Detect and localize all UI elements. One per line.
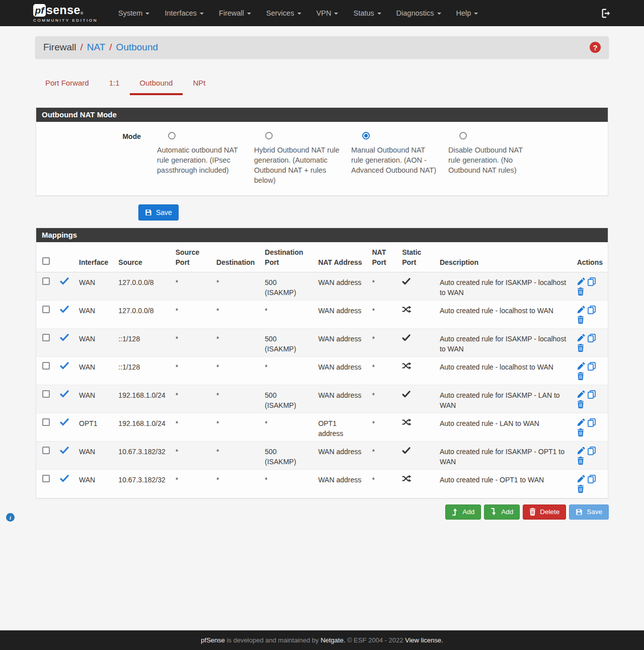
row-select-checkbox[interactable]	[42, 362, 50, 370]
chevron-down-icon	[437, 13, 441, 15]
help-icon[interactable]: ?	[590, 42, 601, 53]
chevron-down-icon	[474, 13, 478, 15]
info-icon[interactable]: i	[6, 513, 15, 522]
cell-destination-port: 500 (ISAKMP)	[260, 272, 313, 301]
tab-port-forward[interactable]: Port Forward	[35, 74, 99, 95]
tab-npt[interactable]: NPt	[183, 74, 215, 95]
menu-item-interfaces[interactable]: Interfaces	[157, 9, 211, 17]
cell-destination: *	[211, 301, 260, 329]
panel-title: Mappings	[36, 228, 608, 242]
menu-item-services[interactable]: Services	[259, 9, 309, 17]
col-source-port: Source Port	[171, 242, 211, 272]
breadcrumb-link-nat[interactable]: NAT	[87, 42, 106, 53]
cell-source-port: *	[171, 470, 211, 498]
cell-source: 192.168.1.0/24	[113, 413, 170, 442]
pfsense-logo[interactable]: pf sense ® COMMUNITY EDITION	[33, 4, 98, 23]
table-row: WAN 10.67.3.182/32 * * * WAN address * A…	[36, 470, 608, 498]
cell-destination: *	[211, 442, 260, 470]
rule-enabled-check-icon[interactable]	[60, 362, 69, 370]
registered-mark: ®	[80, 11, 84, 16]
edit-rule-icon[interactable]	[577, 277, 585, 286]
row-select-checkbox[interactable]	[42, 447, 50, 454]
delete-rule-icon[interactable]	[577, 287, 584, 296]
rule-enabled-check-icon[interactable]	[60, 475, 69, 482]
cell-interface: WAN	[74, 329, 113, 357]
save-mappings-button[interactable]: Save	[569, 504, 609, 520]
delete-selected-button[interactable]: Delete	[523, 504, 566, 520]
edit-rule-icon[interactable]	[577, 334, 585, 342]
row-select-checkbox[interactable]	[42, 306, 50, 313]
copy-rule-icon[interactable]	[588, 418, 596, 427]
add-rule-top-button[interactable]: Add	[445, 504, 481, 520]
copy-rule-icon[interactable]	[588, 334, 596, 342]
radio-manual[interactable]	[362, 132, 370, 139]
copy-rule-icon[interactable]	[588, 362, 596, 371]
col-destination-port: Destination Port	[260, 242, 313, 272]
cell-source: 10.67.3.182/32	[113, 442, 170, 470]
footer-netgate-link[interactable]: Netgate.	[320, 636, 345, 644]
row-select-checkbox[interactable]	[42, 475, 50, 482]
delete-rule-icon[interactable]	[577, 485, 584, 493]
delete-rule-icon[interactable]	[577, 316, 584, 324]
edit-rule-icon[interactable]	[577, 306, 585, 314]
tab-1-1[interactable]: 1:1	[99, 74, 130, 95]
cell-interface: WAN	[74, 385, 113, 413]
logout-icon[interactable]	[601, 9, 611, 18]
cell-nat-port: *	[367, 272, 397, 301]
delete-rule-icon[interactable]	[577, 457, 584, 465]
menu-item-system[interactable]: System	[111, 9, 157, 17]
rule-enabled-check-icon[interactable]	[60, 277, 69, 285]
cell-destination-port: *	[260, 357, 313, 385]
edit-rule-icon[interactable]	[577, 475, 585, 483]
radio-disable[interactable]	[459, 132, 467, 139]
table-row: WAN ::1/128 * * 500 (ISAKMP) WAN address…	[36, 329, 608, 357]
edit-rule-icon[interactable]	[577, 390, 585, 399]
menu-item-firewall[interactable]: Firewall	[211, 9, 259, 17]
col-actions: Actions	[572, 242, 608, 272]
rule-enabled-check-icon[interactable]	[60, 306, 69, 313]
radio-automatic[interactable]	[168, 132, 176, 139]
add-rule-bottom-button[interactable]: Add	[484, 504, 520, 520]
menu-item-vpn[interactable]: VPN	[309, 9, 346, 17]
tab-outbound[interactable]: Outbound	[130, 74, 183, 95]
rule-enabled-check-icon[interactable]	[60, 334, 69, 341]
delete-rule-icon[interactable]	[577, 400, 584, 408]
radio-hybrid[interactable]	[265, 132, 273, 139]
copy-rule-icon[interactable]	[588, 390, 596, 399]
rule-enabled-check-icon[interactable]	[60, 418, 69, 426]
col-interface: Interface	[74, 242, 113, 272]
cell-nat-port: *	[367, 329, 397, 357]
menu-item-status[interactable]: Status	[346, 9, 388, 17]
copy-rule-icon[interactable]	[588, 306, 596, 314]
delete-rule-icon[interactable]	[577, 344, 584, 352]
cell-source-port: *	[171, 385, 211, 413]
row-select-checkbox[interactable]	[42, 334, 50, 341]
chevron-down-icon	[200, 13, 204, 15]
rule-enabled-check-icon[interactable]	[60, 390, 69, 398]
cell-description: Auto created rule - OPT1 to WAN	[435, 470, 572, 498]
row-select-checkbox[interactable]	[42, 390, 50, 398]
edit-rule-icon[interactable]	[577, 447, 585, 455]
cell-source: 10.67.3.182/32	[113, 470, 170, 498]
delete-rule-icon[interactable]	[577, 428, 584, 437]
delete-rule-icon[interactable]	[577, 372, 584, 380]
menu-item-help[interactable]: Help	[449, 9, 486, 17]
copy-rule-icon[interactable]	[588, 447, 596, 455]
static-port-random-icon	[402, 418, 412, 426]
row-select-checkbox[interactable]	[42, 418, 50, 426]
cell-nat-port: *	[367, 470, 397, 498]
footer-license-link[interactable]: View license.	[405, 636, 443, 644]
copy-rule-icon[interactable]	[588, 277, 596, 286]
rule-enabled-check-icon[interactable]	[60, 447, 69, 454]
row-select-checkbox[interactable]	[42, 277, 50, 285]
select-all-checkbox[interactable]	[42, 257, 50, 265]
cell-destination-port: 500 (ISAKMP)	[260, 385, 313, 413]
breadcrumb-link-outbound[interactable]: Outbound	[116, 42, 158, 53]
chevron-down-icon	[247, 13, 251, 15]
menu-item-diagnostics[interactable]: Diagnostics	[389, 9, 449, 17]
save-mode-button[interactable]: Save	[138, 204, 179, 221]
cell-destination-port: 500 (ISAKMP)	[260, 329, 313, 357]
edit-rule-icon[interactable]	[577, 362, 585, 371]
copy-rule-icon[interactable]	[588, 475, 596, 483]
edit-rule-icon[interactable]	[577, 418, 585, 427]
